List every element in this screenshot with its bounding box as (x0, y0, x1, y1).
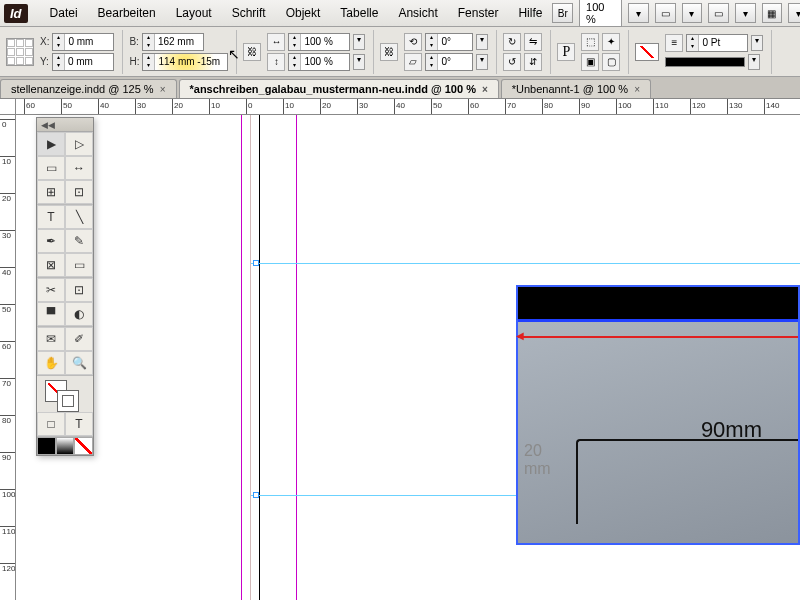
constrain-scale-icon[interactable]: ⛓ (380, 43, 398, 61)
menu-fenster[interactable]: Fenster (448, 2, 509, 24)
gradient-swatch-tool[interactable]: ▀ (37, 302, 65, 326)
dimension-20mm: 20mm (524, 442, 551, 478)
menu-schrift[interactable]: Schrift (222, 2, 276, 24)
scale-x-dropdown[interactable]: ▾ (353, 34, 365, 50)
select-content-icon[interactable]: ✦ (602, 33, 620, 51)
fit-content-icon[interactable]: ▣ (581, 53, 599, 71)
stroke-weight-dropdown[interactable]: ▾ (751, 35, 763, 51)
margin-guide (241, 115, 251, 600)
pen-tool[interactable]: ✒ (37, 229, 65, 253)
pencil-tool[interactable]: ✎ (65, 229, 93, 253)
menu-ansicht[interactable]: Ansicht (388, 2, 447, 24)
reference-point[interactable] (6, 38, 34, 66)
selection-handle[interactable] (253, 260, 259, 266)
zoom-tool[interactable]: 🔍 (65, 351, 93, 375)
note-tool[interactable]: ✉ (37, 327, 65, 351)
line-tool[interactable]: ╲ (65, 205, 93, 229)
blue-bar (518, 319, 798, 322)
horizontal-ruler[interactable]: 6050403020100102030405060708090100110120… (16, 99, 800, 115)
rotate-icon: ⟲ (404, 33, 422, 51)
x-label: X: (40, 36, 49, 47)
zoom-dropdown[interactable]: ▾ (628, 3, 649, 23)
document-tabs: stellenanzeige.indd @ 125 %× *anschreibe… (0, 77, 800, 99)
view-mode-dropdown[interactable]: ▾ (682, 3, 703, 23)
shear-field[interactable]: ▴▾0° (425, 53, 473, 71)
rectangle-tool[interactable]: ▭ (65, 253, 93, 277)
constrain-icon[interactable]: ⛓ (243, 43, 261, 61)
scale-x-icon: ↔ (267, 33, 285, 51)
menu-objekt[interactable]: Objekt (276, 2, 331, 24)
screen-mode-dropdown[interactable]: ▾ (735, 3, 756, 23)
selection-handle[interactable] (253, 492, 259, 498)
close-icon[interactable]: × (160, 84, 166, 95)
zoom-level[interactable]: 100 % (579, 0, 622, 27)
menu-bearbeiten[interactable]: Bearbeiten (88, 2, 166, 24)
tab-unbenannt[interactable]: *Unbenannt-1 @ 100 %× (501, 79, 651, 98)
rotate-cw-icon[interactable]: ↻ (503, 33, 521, 51)
hand-tool[interactable]: ✋ (37, 351, 65, 375)
placed-frame[interactable]: 90mm 20mm (516, 285, 800, 545)
content-placer-tool[interactable]: ⊡ (65, 180, 93, 204)
canvas[interactable]: 90mm 20mm (16, 115, 800, 600)
scale-y-field[interactable]: ▴▾100 % (288, 53, 350, 71)
content-collector-tool[interactable]: ⊞ (37, 180, 65, 204)
column-guide (296, 115, 297, 600)
page-tool[interactable]: ▭ (37, 156, 65, 180)
app-logo: Id (4, 4, 28, 23)
gradient-feather-tool[interactable]: ◐ (65, 302, 93, 326)
rotate-dropdown[interactable]: ▾ (476, 34, 488, 50)
page-edge (259, 115, 260, 600)
stroke-style-dropdown[interactable]: ▾ (748, 54, 760, 70)
width-field[interactable]: ▴▾162 mm (142, 33, 204, 51)
arrange-dropdown[interactable]: ▾ (788, 3, 800, 23)
stroke-weight-field[interactable]: ▴▾0 Pt (686, 34, 748, 52)
gap-tool[interactable]: ↔ (65, 156, 93, 180)
scissors-tool[interactable]: ✂ (37, 278, 65, 302)
selection-tool[interactable]: ▶ (37, 132, 65, 156)
menu-layout[interactable]: Layout (166, 2, 222, 24)
y-field[interactable]: ▴▾0 mm (52, 53, 114, 71)
view-mode-button[interactable]: ▭ (655, 3, 676, 23)
tab-stellenanzeige[interactable]: stellenanzeige.indd @ 125 %× (0, 79, 177, 98)
menu-hilfe[interactable]: Hilfe (508, 2, 552, 24)
bridge-button[interactable]: Br (552, 3, 573, 23)
close-icon[interactable]: × (482, 84, 488, 95)
arrange-button[interactable]: ▦ (762, 3, 783, 23)
eyedropper-tool[interactable]: ✐ (65, 327, 93, 351)
stroke-style[interactable] (665, 57, 745, 67)
rotate-ccw-icon[interactable]: ↺ (503, 53, 521, 71)
height-field[interactable]: ▴▾114 mm -15m (142, 53, 228, 71)
x-field[interactable]: ▴▾0 mm (52, 33, 114, 51)
character-p-icon[interactable]: P (557, 43, 575, 61)
flip-v-icon[interactable]: ⇵ (524, 53, 542, 71)
apply-none[interactable] (74, 437, 93, 455)
type-tool[interactable]: T (37, 205, 65, 229)
select-container-icon[interactable]: ⬚ (581, 33, 599, 51)
fill-stroke-swatch[interactable] (37, 376, 93, 412)
direct-selection-tool[interactable]: ▷ (65, 132, 93, 156)
control-bar: X:▴▾0 mm Y:▴▾0 mm B:▴▾162 mm H:▴▾114 mm … (0, 27, 800, 77)
scale-y-icon: ↕ (267, 53, 285, 71)
close-icon[interactable]: × (634, 84, 640, 95)
vertical-ruler[interactable]: 0102030405060708090100110120130 (0, 115, 16, 600)
free-transform-tool[interactable]: ⊡ (65, 278, 93, 302)
tools-header[interactable]: ◀◀ (37, 118, 93, 132)
scale-x-field[interactable]: ▴▾100 % (288, 33, 350, 51)
rectangle-frame-tool[interactable]: ⊠ (37, 253, 65, 277)
flip-h-icon[interactable]: ⇋ (524, 33, 542, 51)
fit-frame-icon[interactable]: ▢ (602, 53, 620, 71)
screen-mode-button[interactable]: ▭ (708, 3, 729, 23)
scale-y-dropdown[interactable]: ▾ (353, 54, 365, 70)
formatting-container[interactable]: □ (37, 412, 65, 436)
inner-rect (576, 439, 798, 524)
apply-color[interactable] (37, 437, 56, 455)
ruler-origin[interactable] (0, 99, 16, 115)
menu-datei[interactable]: Datei (40, 2, 88, 24)
tab-anschreiben[interactable]: *anschreiben_galabau_mustermann-neu.indd… (179, 79, 499, 98)
formatting-text[interactable]: T (65, 412, 93, 436)
stroke-swatch[interactable] (635, 43, 659, 61)
shear-dropdown[interactable]: ▾ (476, 54, 488, 70)
apply-gradient[interactable] (56, 437, 75, 455)
menu-tabelle[interactable]: Tabelle (330, 2, 388, 24)
rotate-field[interactable]: ▴▾0° (425, 33, 473, 51)
